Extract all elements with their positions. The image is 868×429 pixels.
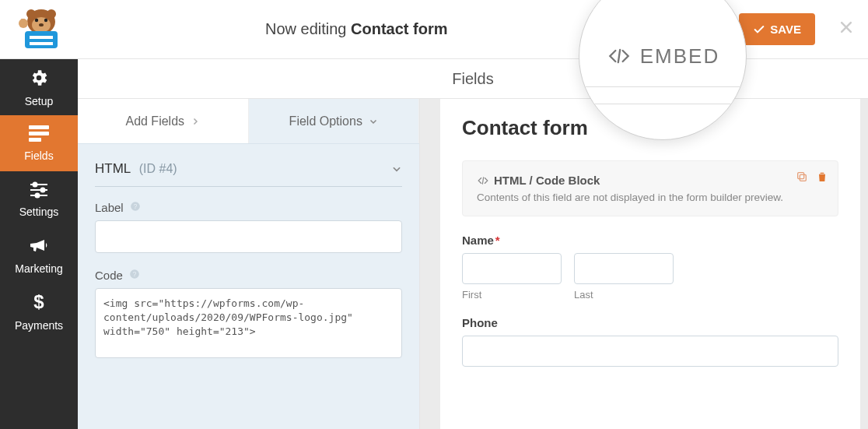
code-label: Code bbox=[95, 269, 123, 282]
field-header-title: HTML (ID #4) bbox=[95, 161, 177, 177]
sidebar-item-label: Fields bbox=[24, 149, 53, 162]
phone-field-label: Phone bbox=[462, 316, 838, 329]
gutter-left bbox=[420, 99, 440, 429]
main-shell: Setup Fields Settings Marketing $ Paymen… bbox=[0, 59, 868, 429]
embed-label: EMBED bbox=[677, 23, 720, 36]
sidebar-item-fields[interactable]: Fields bbox=[0, 115, 78, 171]
field-options-pane: HTML (ID #4) Label ? Code bbox=[78, 144, 419, 429]
tab-label: Add Fields bbox=[125, 114, 184, 128]
tab-add-fields[interactable]: Add Fields bbox=[78, 99, 249, 143]
save-button[interactable]: SAVE bbox=[739, 13, 815, 45]
sidebar-item-label: Settings bbox=[19, 206, 59, 218]
embed-button[interactable]: EMBED bbox=[641, 16, 733, 43]
svg-rect-11 bbox=[21, 19, 25, 21]
svg-point-2 bbox=[47, 9, 56, 19]
sidebar-item-label: Marketing bbox=[15, 262, 62, 275]
svg-rect-9 bbox=[30, 42, 53, 45]
sidebar-item-label: Payments bbox=[15, 319, 63, 332]
svg-point-6 bbox=[39, 23, 44, 26]
first-name-wrap: First bbox=[462, 253, 562, 301]
svg-rect-16 bbox=[29, 132, 49, 135]
center-area: Fields Add Fields Field Options bbox=[78, 59, 868, 429]
help-icon[interactable]: ? bbox=[130, 201, 141, 214]
svg-rect-8 bbox=[30, 36, 53, 39]
label-label: Label bbox=[95, 201, 124, 214]
code-textarea[interactable]: <img src="https://wpforms.com/wp-content… bbox=[95, 288, 402, 358]
block-subtitle: Contents of this field are not displayed… bbox=[477, 192, 824, 203]
svg-rect-17 bbox=[29, 138, 41, 142]
svg-text:$: $ bbox=[33, 292, 44, 312]
list-icon bbox=[29, 125, 49, 145]
svg-rect-15 bbox=[29, 125, 49, 129]
chevron-down-icon bbox=[369, 117, 378, 126]
sidebar-item-setup[interactable]: Setup bbox=[0, 59, 78, 115]
duplicate-icon[interactable] bbox=[796, 171, 808, 186]
svg-rect-30 bbox=[798, 173, 804, 179]
svg-rect-7 bbox=[25, 31, 58, 48]
tab-label: Field Options bbox=[289, 114, 362, 128]
dollar-icon: $ bbox=[32, 292, 46, 315]
svg-point-21 bbox=[41, 188, 45, 192]
block-title-text: HTML / Code Block bbox=[494, 174, 600, 187]
check-icon bbox=[753, 23, 765, 36]
section-title: Fields bbox=[78, 59, 868, 99]
first-name-input[interactable] bbox=[462, 253, 562, 284]
block-title: HTML / Code Block bbox=[477, 174, 824, 187]
preview-panel: Contact form HTML / Code Block bbox=[440, 99, 860, 429]
svg-text:?: ? bbox=[133, 203, 137, 210]
code-icon bbox=[653, 23, 670, 37]
svg-point-4 bbox=[35, 18, 38, 21]
svg-text:?: ? bbox=[133, 271, 137, 278]
tab-field-options[interactable]: Field Options bbox=[249, 99, 420, 143]
first-sublabel: First bbox=[462, 289, 562, 301]
topbar: Now editing Contact form EMBED SAVE bbox=[0, 0, 868, 59]
field-header-toggle[interactable]: HTML (ID #4) bbox=[95, 161, 402, 187]
sidebar-item-payments[interactable]: $ Payments bbox=[0, 283, 78, 339]
editing-prefix: Now editing bbox=[265, 20, 351, 37]
svg-line-12 bbox=[662, 25, 663, 33]
last-sublabel: Last bbox=[574, 289, 674, 301]
field-type-name: HTML bbox=[95, 161, 131, 176]
panel-tabs: Add Fields Field Options bbox=[78, 99, 419, 144]
editing-form-name: Contact form bbox=[351, 20, 447, 37]
help-icon[interactable]: ? bbox=[129, 269, 140, 282]
save-label: SAVE bbox=[770, 23, 801, 36]
svg-point-19 bbox=[33, 182, 37, 186]
html-block-field[interactable]: HTML / Code Block Contents of this field… bbox=[462, 160, 838, 216]
gutter-right bbox=[860, 99, 868, 429]
name-field-label: Name* bbox=[462, 234, 838, 247]
sidebar: Setup Fields Settings Marketing $ Paymen… bbox=[0, 59, 78, 429]
code-row: Code ? bbox=[95, 269, 402, 282]
sidebar-item-marketing[interactable]: Marketing bbox=[0, 227, 78, 283]
label-row: Label ? bbox=[95, 201, 402, 214]
svg-point-1 bbox=[26, 9, 36, 19]
form-title[interactable]: Contact form bbox=[462, 116, 838, 140]
delete-icon[interactable] bbox=[816, 171, 828, 186]
gear-icon bbox=[29, 68, 49, 90]
svg-line-31 bbox=[482, 177, 483, 183]
close-icon bbox=[838, 19, 854, 35]
svg-point-5 bbox=[44, 18, 47, 21]
svg-rect-29 bbox=[800, 174, 806, 181]
left-panel: Add Fields Field Options HTML (ID #4) bbox=[78, 99, 420, 429]
phone-input[interactable] bbox=[462, 336, 838, 367]
sidebar-item-settings[interactable]: Settings bbox=[0, 171, 78, 227]
mascot-logo bbox=[11, 5, 72, 54]
last-name-input[interactable] bbox=[574, 253, 674, 284]
sliders-icon bbox=[29, 181, 49, 201]
required-asterisk: * bbox=[495, 234, 500, 247]
chevron-down-icon bbox=[391, 164, 402, 174]
chevron-right-icon bbox=[191, 117, 200, 126]
name-row: First Last bbox=[462, 253, 838, 301]
field-id: (ID #4) bbox=[139, 162, 177, 175]
close-button[interactable] bbox=[829, 19, 868, 39]
label-input[interactable] bbox=[95, 220, 402, 253]
columns: Add Fields Field Options HTML (ID #4) bbox=[78, 99, 868, 429]
last-name-wrap: Last bbox=[574, 253, 674, 301]
sidebar-item-label: Setup bbox=[25, 95, 54, 107]
svg-point-23 bbox=[36, 193, 40, 197]
block-actions bbox=[796, 171, 828, 186]
megaphone-icon bbox=[29, 237, 49, 258]
code-icon bbox=[477, 175, 489, 186]
editing-title: Now editing Contact form bbox=[72, 20, 641, 38]
